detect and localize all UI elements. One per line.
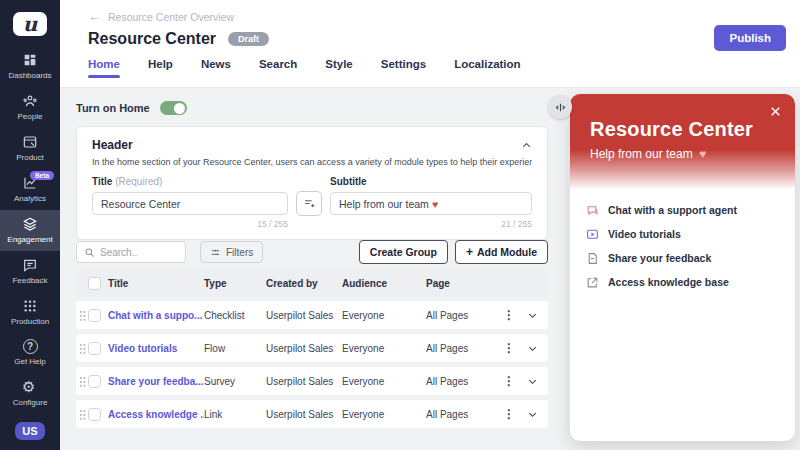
external-link-icon [586, 276, 599, 289]
add-module-button[interactable]: + Add Module [455, 240, 548, 264]
kebab-menu-icon[interactable]: ⋮ [503, 341, 515, 355]
sidebar-item-label: Analytics [14, 194, 46, 203]
title-field-group: Title (Required) 15 / 255 [92, 176, 288, 229]
module-title-link[interactable]: Chat with a suppo... [108, 310, 204, 321]
sidebar-item-dashboards[interactable]: Dashboards [0, 46, 60, 87]
chevron-down-icon[interactable] [527, 310, 538, 321]
feedback-icon [22, 257, 38, 273]
col-created-by: Created by [266, 278, 342, 289]
preview-item-feedback[interactable]: Share your feedback [586, 246, 779, 270]
kebab-menu-icon[interactable]: ⋮ [503, 308, 515, 322]
sidebar-item-label: Engagement [7, 235, 52, 244]
text-options-button[interactable] [296, 191, 322, 216]
people-icon [22, 93, 38, 109]
publish-button[interactable]: Publish [714, 25, 786, 51]
tab-style[interactable]: Style [325, 58, 353, 78]
sidebar-item-configure[interactable]: ⚙ Configure [0, 373, 60, 414]
list-add-icon [303, 197, 316, 210]
module-page: All Pages [426, 376, 500, 387]
search-input[interactable] [100, 247, 178, 258]
close-icon[interactable] [769, 105, 782, 118]
filters-icon [210, 247, 221, 258]
title-row: Resource Center Draft [60, 23, 800, 48]
sidebar-item-production[interactable]: Production [0, 292, 60, 333]
preview-item-video[interactable]: Video tutorials [586, 222, 779, 246]
heart-icon: ♥ [432, 198, 438, 210]
breadcrumb[interactable]: ← Resource Center Overview [60, 0, 234, 23]
module-audience: Everyone [342, 343, 426, 354]
video-play-icon [586, 228, 599, 241]
drag-handle-icon[interactable] [79, 376, 86, 387]
preview-title: Resource Center [590, 118, 775, 141]
chevron-down-icon[interactable] [527, 376, 538, 387]
userpilot-logo[interactable]: u [13, 12, 47, 36]
sidebar-item-label: Feedback [12, 276, 47, 285]
turn-on-home-label: Turn on Home [76, 102, 150, 114]
kebab-menu-icon[interactable]: ⋮ [503, 407, 515, 421]
tab-news[interactable]: News [201, 58, 231, 78]
sidebar-item-analytics[interactable]: Beta Analytics [0, 169, 60, 210]
sidebar-item-label: People [18, 112, 43, 121]
kebab-menu-icon[interactable]: ⋮ [503, 374, 515, 388]
dashboards-icon [22, 52, 38, 68]
preview-item-knowledge-base[interactable]: Access knowledge base [586, 270, 779, 294]
sidebar-item-label: Product [16, 153, 44, 162]
page-title: Resource Center [88, 30, 216, 48]
drag-handle-icon[interactable] [79, 409, 86, 420]
search-box[interactable] [76, 241, 186, 263]
sidebar-item-product[interactable]: Product [0, 128, 60, 169]
tab-help[interactable]: Help [148, 58, 173, 78]
product-icon [22, 134, 38, 150]
required-hint: (Required) [115, 176, 162, 187]
sidebar-item-feedback[interactable]: Feedback [0, 251, 60, 292]
table-row: Chat with a suppo... Checklist Userpilot… [76, 301, 548, 329]
module-page: All Pages [426, 409, 500, 420]
user-avatar[interactable]: US [15, 422, 45, 440]
title-char-counter: 15 / 255 [92, 219, 288, 229]
filters-button[interactable]: Filters [200, 241, 263, 263]
module-page: All Pages [426, 310, 500, 321]
tab-localization[interactable]: Localization [454, 58, 520, 78]
create-group-button[interactable]: Create Group [359, 240, 448, 264]
module-title-link[interactable]: Video tutorials [108, 343, 204, 354]
drag-handle-icon[interactable] [79, 343, 86, 354]
document-icon [586, 252, 599, 265]
chevron-down-icon[interactable] [527, 409, 538, 420]
turn-on-home-toggle[interactable] [160, 101, 187, 115]
preview-item-chat[interactable]: Chat with a support agent [586, 198, 779, 222]
tab-search[interactable]: Search [259, 58, 297, 78]
row-checkbox[interactable] [88, 309, 101, 322]
module-title-link[interactable]: Access knowledge ... [108, 409, 204, 420]
col-type: Type [204, 278, 266, 289]
preview-module-list: Chat with a support agent Video tutorial… [570, 190, 795, 294]
row-checkbox[interactable] [88, 342, 101, 355]
tab-home[interactable]: Home [88, 58, 120, 78]
toggle-knob [174, 103, 185, 114]
subtitle-char-counter: 21 / 255 [330, 219, 532, 229]
chevron-down-icon[interactable] [527, 343, 538, 354]
engagement-icon [22, 216, 38, 232]
plus-icon: + [466, 245, 473, 259]
question-circle-icon: ? [23, 339, 38, 354]
sidebar-item-label: Production [11, 317, 49, 326]
sidebar-item-people[interactable]: People [0, 87, 60, 128]
sidebar-item-engagement[interactable]: Engagement [0, 210, 60, 251]
tab-settings[interactable]: Settings [381, 58, 426, 78]
row-checkbox[interactable] [88, 408, 101, 421]
title-input[interactable] [92, 192, 288, 215]
module-page: All Pages [426, 343, 500, 354]
module-title-link[interactable]: Share your feedba... [108, 376, 204, 387]
preview-resize-handle[interactable] [548, 95, 572, 119]
select-all-checkbox[interactable] [88, 277, 101, 290]
subtitle-input[interactable]: Help from our team ♥ [330, 192, 532, 215]
module-created-by: Userpilot Sales [266, 310, 342, 321]
row-checkbox[interactable] [88, 375, 101, 388]
status-badge: Draft [228, 32, 269, 46]
module-audience: Everyone [342, 376, 426, 387]
col-title: Title [108, 278, 204, 289]
col-audience: Audience [342, 278, 426, 289]
collapse-chevron-up-icon[interactable] [521, 140, 532, 151]
drag-handle-icon[interactable] [79, 310, 86, 321]
sidebar-item-get-help[interactable]: ? Get Help [0, 333, 60, 373]
table-header-row: Title Type Created by Audience Page [76, 270, 548, 296]
